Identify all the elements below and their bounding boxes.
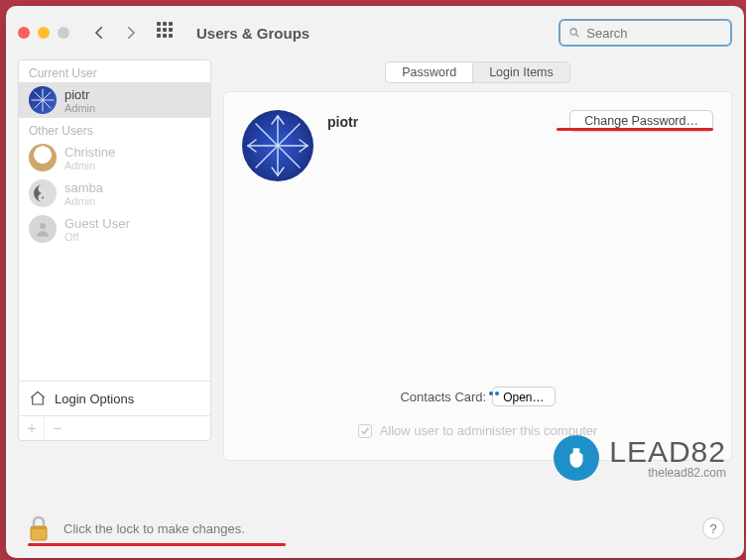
svg-line-20 bbox=[300, 146, 308, 152]
admin-checkbox-label: Allow user to administer this computer bbox=[380, 423, 598, 438]
add-user-button[interactable]: ＋ bbox=[19, 416, 45, 440]
help-button[interactable]: ? bbox=[702, 517, 724, 539]
avatar-guest bbox=[29, 215, 57, 243]
avatar-christine bbox=[29, 144, 57, 171]
content-area: Current User piotr Admin Other Users bbox=[6, 59, 744, 486]
tab-bar: Password Login Items bbox=[223, 61, 732, 83]
user-name-label: samba bbox=[64, 180, 103, 195]
user-role-label: Admin bbox=[64, 102, 95, 114]
user-name-label: Guest User bbox=[64, 216, 130, 231]
svg-line-17 bbox=[248, 140, 256, 146]
maximize-window-button[interactable] bbox=[58, 27, 69, 39]
user-row-piotr[interactable]: piotr Admin bbox=[19, 82, 210, 118]
tab-login-items[interactable]: Login Items bbox=[472, 61, 570, 83]
users-sidebar: Current User piotr Admin Other Users bbox=[18, 59, 211, 441]
main-panel: Password Login Items bbox=[223, 59, 732, 486]
admin-checkbox[interactable] bbox=[358, 424, 372, 438]
svg-line-18 bbox=[248, 146, 256, 152]
svg-point-8 bbox=[40, 223, 46, 229]
remove-user-button[interactable]: － bbox=[45, 416, 70, 440]
add-remove-user-controls: ＋ － bbox=[19, 416, 210, 440]
tab-password[interactable]: Password bbox=[385, 61, 472, 83]
open-contacts-button[interactable]: Open… bbox=[492, 387, 555, 406]
login-options-label: Login Options bbox=[55, 392, 134, 406]
svg-line-1 bbox=[576, 35, 579, 38]
search-icon bbox=[568, 26, 580, 40]
toolbar: Users & Groups bbox=[6, 6, 744, 59]
svg-point-0 bbox=[570, 29, 576, 35]
snowflake-icon bbox=[242, 110, 313, 181]
user-role-label: Off bbox=[64, 231, 130, 243]
contacts-card-label: Contacts Card: bbox=[400, 390, 486, 404]
profile-name: piotr bbox=[327, 114, 358, 130]
svg-point-6 bbox=[42, 188, 44, 190]
password-panel: piotr Change Password… Contacts Card: Op… bbox=[223, 91, 732, 461]
avatar-samba bbox=[29, 179, 57, 207]
loading-dots-icon bbox=[489, 392, 499, 395]
close-window-button[interactable] bbox=[18, 27, 30, 39]
user-row-christine[interactable]: Christine Admin bbox=[19, 140, 210, 175]
profile-avatar[interactable] bbox=[242, 110, 313, 181]
user-row-samba[interactable]: samba Admin bbox=[19, 175, 210, 211]
svg-line-13 bbox=[272, 116, 278, 124]
user-name-label: piotr bbox=[64, 87, 95, 102]
search-input[interactable] bbox=[586, 26, 722, 41]
chevron-right-icon bbox=[122, 24, 140, 42]
search-field[interactable] bbox=[559, 19, 732, 47]
chevron-left-icon bbox=[90, 24, 108, 42]
annotation-underline bbox=[28, 543, 286, 546]
window-controls bbox=[18, 27, 69, 39]
svg-line-14 bbox=[278, 116, 284, 124]
lock-hint-text: Click the lock to make changes. bbox=[63, 521, 245, 536]
user-name-label: Christine bbox=[64, 145, 115, 160]
svg-line-15 bbox=[272, 168, 278, 175]
footer: Click the lock to make changes. ? bbox=[26, 514, 724, 542]
snowflake-icon bbox=[29, 86, 57, 114]
svg-line-16 bbox=[278, 168, 284, 175]
profile-header: piotr Change Password… bbox=[242, 110, 713, 181]
show-all-button[interactable] bbox=[157, 22, 179, 44]
user-row-guest[interactable]: Guest User Off bbox=[19, 211, 210, 247]
back-button[interactable] bbox=[87, 21, 111, 45]
contacts-card-row: Contacts Card: Open… bbox=[224, 387, 731, 406]
svg-point-7 bbox=[42, 197, 44, 199]
svg-line-19 bbox=[300, 140, 308, 146]
window-title: Users & Groups bbox=[196, 25, 310, 42]
admin-checkbox-row: Allow user to administer this computer bbox=[224, 423, 731, 438]
login-options-button[interactable]: Login Options bbox=[19, 381, 210, 416]
annotation-underline bbox=[557, 128, 713, 131]
forward-button[interactable] bbox=[119, 21, 143, 45]
preferences-window: Users & Groups Current User bbox=[6, 6, 744, 558]
minimize-window-button[interactable] bbox=[38, 27, 50, 39]
lock-icon[interactable] bbox=[26, 514, 52, 542]
other-users-section-label: Other Users bbox=[19, 118, 210, 140]
svg-rect-22 bbox=[31, 526, 47, 529]
user-role-label: Admin bbox=[64, 160, 115, 171]
user-role-label: Admin bbox=[64, 195, 103, 207]
current-user-section-label: Current User bbox=[19, 60, 210, 82]
avatar-piotr bbox=[29, 86, 57, 114]
home-icon bbox=[29, 390, 47, 407]
